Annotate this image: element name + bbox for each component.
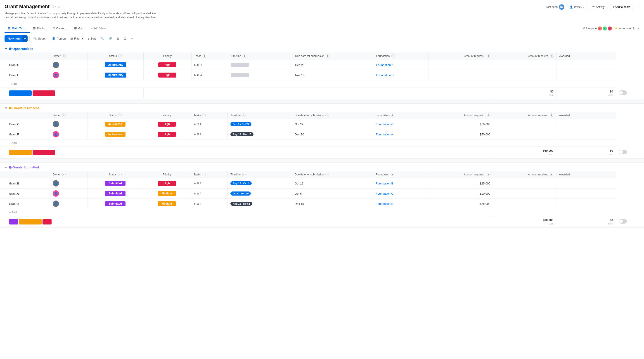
status-cell[interactable]: Oppurtunity (88, 70, 144, 80)
task-expand[interactable]: ▶ (194, 74, 196, 77)
task-expand[interactable]: ▶ (194, 63, 196, 66)
task-expand[interactable]: ▶ (194, 202, 196, 205)
foundation-link[interactable]: Foundation C (376, 122, 394, 126)
edit-button[interactable]: ✏ (129, 36, 135, 41)
tasks-cell: ▶ ⊞ 4 (191, 188, 228, 199)
owner-info-icon[interactable]: ℹ (62, 114, 66, 117)
tasks-info-icon[interactable]: ℹ (202, 173, 206, 176)
tasks-info-icon[interactable]: ℹ (202, 114, 206, 117)
status-cell[interactable]: In Process (88, 119, 143, 129)
tasks-info-icon[interactable]: ℹ (202, 54, 206, 58)
task-expand[interactable]: ▶ (194, 133, 196, 136)
toggle-switch[interactable] (619, 219, 627, 224)
header-actions: Last seen NZ 👤 Invite / 2 〜 Activity + A… (546, 4, 640, 10)
priority-cell[interactable]: High (143, 129, 191, 140)
new-item-button[interactable]: New Item (4, 35, 24, 42)
tab-kanban[interactable]: ⊟ Kanb... (30, 24, 50, 33)
foundation-link[interactable]: Foundation B (376, 202, 393, 206)
info-icon[interactable]: ℹ (52, 5, 56, 8)
invite-button[interactable]: 👤 Invite / 2 (567, 4, 587, 10)
priority-cell[interactable]: High (143, 70, 192, 80)
more-options-button[interactable]: ··· (636, 4, 640, 9)
search-button[interactable]: 🔍 Search (32, 36, 49, 41)
owner-cell: 👤 (50, 188, 88, 199)
integrate-button[interactable]: ⌘ Integrate ● ● M (582, 26, 612, 30)
duedate-info-icon[interactable]: ℹ (326, 114, 329, 117)
kanban-tab-label: Kanb... (37, 27, 46, 30)
add-board-button[interactable]: + Add to board (610, 4, 633, 10)
priority-cell[interactable]: Medium (143, 199, 191, 209)
tab-add-view[interactable]: + Add View (88, 24, 109, 33)
person-button[interactable]: 👤 Person (50, 36, 68, 41)
add-row-cell[interactable]: + Add (0, 140, 616, 147)
task-expand[interactable]: ▶ (194, 122, 196, 126)
status-cell[interactable]: Oppurtunity (88, 60, 144, 70)
toggle-switch[interactable] (619, 150, 627, 154)
foundation-info-icon[interactable]: ℹ (391, 54, 395, 58)
add-row-cell[interactable]: + Add (0, 209, 616, 216)
awarded-cell (556, 188, 616, 199)
amount-rec-info-icon[interactable]: ℹ (550, 173, 553, 176)
priority-cell[interactable]: High (143, 60, 192, 70)
grant-name: Grant F ⊕ (0, 129, 50, 140)
automate-button[interactable]: ⚡ Automate / 8 (614, 27, 634, 30)
bar-orange (9, 150, 32, 155)
foundation-info-icon[interactable]: ℹ (391, 173, 394, 176)
amount-rec-info-icon[interactable]: ℹ (550, 114, 553, 117)
status-info-icon[interactable]: ℹ (118, 173, 122, 176)
star-icon[interactable]: ☆ (58, 4, 60, 9)
foundation-link[interactable]: Foundation B (376, 182, 393, 185)
sum-amount-req-value: $0 (496, 90, 553, 93)
tab-calendar[interactable]: □ Calend... (50, 24, 71, 33)
foundation-link[interactable]: Foundation C (376, 192, 394, 195)
status-info-icon[interactable]: ℹ (118, 54, 122, 58)
foundation-link[interactable]: Foundation A (376, 133, 393, 136)
amount-req-info-icon[interactable]: ℹ (487, 54, 490, 58)
status-info-icon[interactable]: ℹ (118, 114, 122, 117)
amount-rec-info-icon[interactable]: ℹ (550, 54, 554, 58)
timeline-info-icon[interactable]: ℹ (242, 173, 246, 176)
priority-cell[interactable]: Medium (143, 188, 191, 199)
amount-req-info-icon[interactable]: ℹ (487, 114, 490, 117)
collapse-button[interactable]: ∧ (637, 27, 640, 30)
grid-button[interactable]: ⊡ (122, 36, 128, 41)
timeline-info-icon[interactable]: ℹ (242, 114, 246, 117)
add-row-cell[interactable]: + Add (0, 80, 616, 88)
toggle-switch[interactable] (619, 90, 627, 95)
owner-info-icon[interactable]: ℹ (62, 54, 66, 58)
tab-gantt[interactable]: ⊞ Ga... (71, 24, 88, 33)
add-row[interactable]: + Add (0, 140, 644, 147)
status-cell[interactable]: Submitted (88, 188, 143, 199)
section-in-process-toggle[interactable]: ▼ (4, 106, 8, 110)
opportunities-table-container: Owner ℹ Status ℹ Priority Tasks ℹ Timeli… (0, 52, 644, 99)
new-item-dropdown-button[interactable]: ▾ (22, 35, 28, 42)
sum-amount-rec-cell: $0 sum (556, 88, 616, 99)
section-submitted-toggle[interactable]: ▼ (4, 166, 8, 169)
amount-req-info-icon[interactable]: ℹ (487, 173, 490, 176)
foundation-link[interactable]: Foundation B (376, 74, 394, 77)
duedate-info-icon[interactable]: ℹ (326, 173, 329, 176)
col-header-foundation: Foundation ℹ (373, 52, 428, 60)
tab-main[interactable]: ⊞ Main Tab... (4, 24, 30, 33)
foundation-link[interactable]: Foundation A (376, 63, 394, 67)
add-row[interactable]: + Add (0, 80, 644, 88)
priority-cell[interactable]: High (143, 178, 191, 188)
status-cell[interactable]: Submitted (88, 178, 143, 188)
activity-button[interactable]: 〜 Activity (590, 4, 607, 10)
columns-button[interactable]: ⊞ (115, 36, 121, 41)
foundation-info-icon[interactable]: ℹ (391, 114, 394, 117)
task-expand[interactable]: ▶ (194, 182, 196, 185)
link-button[interactable]: 🔗 (107, 36, 114, 41)
status-cell[interactable]: Submitted (88, 199, 143, 209)
owner-info-icon[interactable]: ℹ (62, 173, 66, 176)
wrench-button[interactable]: 🔧 (98, 36, 106, 41)
priority-cell[interactable]: High (143, 119, 191, 129)
section-opportunities-toggle[interactable]: ▼ (4, 47, 8, 51)
add-row[interactable]: + Add (0, 209, 644, 216)
filter-button[interactable]: ⊟ Filter ▾ (68, 36, 85, 41)
sort-button[interactable]: ↕ Sort (86, 36, 98, 41)
timeline-info-icon[interactable]: ℹ (243, 54, 246, 58)
task-expand[interactable]: ▶ (194, 192, 196, 195)
duedate-info-icon[interactable]: ℹ (326, 54, 330, 58)
status-cell[interactable]: In Process (88, 129, 143, 140)
